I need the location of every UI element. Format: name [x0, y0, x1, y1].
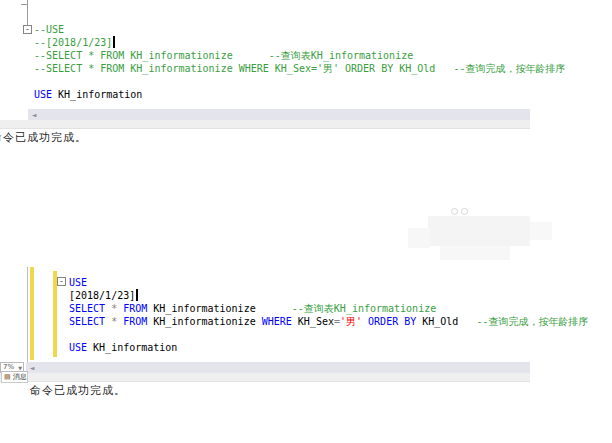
code-token-plain: KH_informationize [147, 303, 292, 314]
code-line[interactable]: --SELECT * FROM KH_informationize --查询表K… [34, 49, 565, 62]
watermark-blob [428, 216, 530, 246]
code-token-plain: KH_Old [416, 316, 476, 327]
text-cursor [136, 289, 138, 301]
status-message-bottom: 命令已成功完成。 [30, 383, 126, 398]
code-token-comment: --[2018/1/23] [34, 37, 112, 48]
code-token-plain: KH_information [52, 89, 142, 100]
status-message-top: 命令已成功完成。 [0, 130, 87, 145]
horizontal-scrollbar[interactable]: ◄ [28, 109, 530, 120]
code-line[interactable]: --[2018/1/23] [34, 36, 565, 49]
code-line[interactable]: USE KH_information [69, 341, 589, 354]
watermark-blob [408, 228, 430, 248]
watermark-blob [440, 246, 510, 260]
results-tabstrip-top [0, 120, 530, 129]
horizontal-scrollbar[interactable]: ◄ [26, 362, 530, 373]
tab-messages-label: 消息 [13, 373, 27, 381]
code-token-kw: WHERE [262, 316, 292, 327]
collapse-glyph: - [59, 276, 64, 286]
results-tabstrip-bottom [0, 373, 530, 382]
code-area-bottom[interactable]: USE[2018/1/23]SELECT * FROM KH_informati… [69, 276, 589, 354]
scroll-left-arrow-icon[interactable]: ◄ [29, 109, 39, 120]
code-line[interactable]: USE KH_information [34, 88, 565, 101]
code-token-kw: FROM [123, 303, 147, 314]
scroll-left-arrow-icon[interactable]: ◄ [27, 362, 37, 373]
code-token-comment: --USE [34, 24, 64, 35]
watermark-circle [461, 208, 468, 215]
code-token-kw: USE [69, 342, 87, 353]
zoom-value: 7% [3, 363, 14, 371]
code-line[interactable]: [2018/1/23] [69, 289, 589, 302]
watermark-circle [451, 208, 458, 215]
screenshot-root: - --USE--[2018/1/23]--SELECT * FROM KH_i… [0, 0, 612, 443]
code-token-comment: --查询表KH_informationize [292, 303, 436, 314]
code-line[interactable]: SELECT * FROM KH_informationize --查询表KH_… [69, 302, 589, 315]
code-line[interactable]: SELECT * FROM KH_informationize WHERE KH… [69, 315, 589, 328]
margin-border-line [27, 267, 28, 362]
code-token-plain: KH_information [87, 342, 177, 353]
code-token-comment: --SELECT * FROM KH_informationize --查询表K… [34, 50, 413, 61]
code-token-plain: KH_Sex [292, 316, 334, 327]
watermark-blob [530, 222, 552, 240]
code-token-kw: USE [69, 277, 87, 288]
text-cursor [113, 36, 115, 48]
collapse-minus-icon[interactable]: - [57, 277, 66, 286]
collapse-minus-icon[interactable]: - [23, 25, 32, 34]
code-token-kw: ORDER BY [368, 316, 416, 327]
code-line[interactable]: USE [69, 276, 589, 289]
tab-messages[interactable]: ▤ 消息 [1, 371, 28, 383]
code-line[interactable]: --SELECT * FROM KH_informationize WHERE … [34, 62, 565, 75]
outline-fragment [21, 0, 28, 5]
code-area-top[interactable]: --USE--[2018/1/23]--SELECT * FROM KH_inf… [34, 23, 565, 101]
code-token-comment: --SELECT * FROM KH_informationize WHERE … [34, 63, 565, 74]
change-tracking-bar [30, 267, 34, 360]
code-token-kw: USE [34, 89, 52, 100]
code-line[interactable] [34, 75, 565, 88]
code-token-kw: FROM [123, 316, 147, 327]
query-editor-top: - --USE--[2018/1/23]--SELECT * FROM KH_i… [0, 0, 612, 145]
code-line[interactable] [69, 328, 589, 341]
messages-icon: ▤ [4, 374, 11, 381]
code-token-kw: SELECT [69, 303, 105, 314]
code-token-plain: [2018/1/23] [69, 290, 135, 301]
code-token-str: '男' [340, 316, 362, 327]
code-line[interactable]: --USE [34, 23, 565, 36]
query-editor-bottom: - USE[2018/1/23]SELECT * FROM KH_informa… [0, 260, 612, 443]
code-token-plain: KH_informationize [147, 316, 261, 327]
code-token-comment: --查询完成，按年龄排序 [476, 316, 588, 327]
collapse-glyph: - [25, 24, 30, 34]
code-token-kw: SELECT [69, 316, 105, 327]
